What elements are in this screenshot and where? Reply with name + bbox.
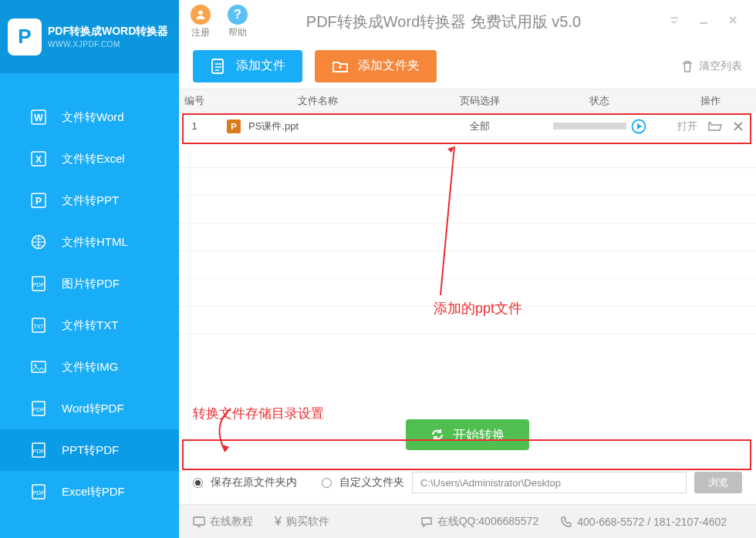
nav-item-word[interactable]: W文件转Word: [0, 96, 179, 138]
start-convert-button[interactable]: 开始转换: [406, 419, 529, 450]
th-page: 页码选择: [426, 94, 534, 108]
doc-p-icon: P: [31, 193, 46, 208]
nav-item-ppt[interactable]: P文件转PPT: [0, 180, 179, 221]
progress-bar: [553, 123, 626, 129]
tutorial-link[interactable]: 在线教程: [193, 515, 253, 529]
nav-label: PPT转PDF: [62, 443, 119, 458]
phone-contact[interactable]: 400-668-5572 / 181-2107-4602: [560, 516, 727, 528]
radio-save-custom[interactable]: [322, 478, 332, 488]
register-button[interactable]: 注册: [191, 5, 211, 39]
svg-text:PDF: PDF: [32, 281, 45, 288]
svg-text:W: W: [34, 113, 43, 123]
save-path-input[interactable]: C:\Users\Administrator\Desktop: [412, 472, 687, 493]
logo-icon: P: [8, 18, 42, 55]
file-name: PS课件.ppt: [248, 119, 299, 133]
cell-page[interactable]: 全部: [426, 119, 534, 133]
qq-label: 在线QQ:4006685572: [437, 515, 539, 529]
browse-button[interactable]: 浏览: [694, 472, 742, 493]
qq-contact[interactable]: 在线QQ:4006685572: [420, 515, 539, 529]
pdf-icon: PDF: [31, 442, 46, 458]
radio-save-custom-label: 自定义文件夹: [339, 476, 404, 489]
nav-item-html[interactable]: 文件转HTML: [0, 221, 179, 263]
nav-item-excelpdf[interactable]: PDFExcel转PDF: [0, 471, 179, 513]
folder-open-icon[interactable]: [708, 120, 722, 133]
folder-icon: [332, 58, 349, 75]
trash-icon: [680, 59, 694, 73]
nav-label: 文件转PPT: [62, 193, 119, 208]
annotation-text-1: 添加的ppt文件: [434, 299, 522, 318]
remove-row-icon[interactable]: [733, 121, 744, 132]
nav-item-img[interactable]: 文件转IMG: [0, 346, 179, 388]
nav-item-imgpdf[interactable]: PDF图片转PDF: [0, 263, 179, 304]
svg-text:P: P: [35, 196, 42, 207]
radio-save-original[interactable]: [193, 478, 203, 488]
nav-label: 文件转Excel: [62, 152, 125, 166]
file-icon: [210, 58, 227, 75]
svg-rect-20: [212, 59, 223, 73]
register-label: 注册: [191, 26, 210, 39]
phone-label: 400-668-5572 / 181-2107-4602: [577, 516, 727, 528]
statusbar: 在线教程 ¥购买软件 在线QQ:4006685572 400-668-5572 …: [179, 504, 756, 538]
pdf-icon: PDF: [31, 401, 46, 416]
chat-icon: [420, 516, 433, 528]
svg-text:PDF: PDF: [32, 489, 45, 496]
screen-icon: [193, 516, 205, 528]
open-button[interactable]: 打开: [677, 119, 697, 133]
svg-point-12: [35, 365, 37, 367]
sidebar: P PDF转换成WORD转换器 WWW.XJPDF.COM W文件转Word X…: [0, 0, 179, 538]
svg-text:TXT: TXT: [33, 324, 44, 329]
cell-index: 1: [179, 120, 210, 132]
nav-label: 文件转HTML: [62, 235, 128, 250]
nav-list: W文件转Word X文件转Excel P文件转PPT 文件转HTML PDF图片…: [0, 73, 179, 538]
nav-item-excel[interactable]: X文件转Excel: [0, 138, 179, 180]
start-label: 开始转换: [453, 426, 505, 444]
save-options-row: 保存在原文件夹内 自定义文件夹 C:\Users\Administrator\D…: [193, 469, 742, 504]
table-row[interactable]: 1 PPS课件.ppt 全部 打开: [179, 113, 756, 140]
txt-icon: TXT: [31, 318, 46, 333]
add-file-button[interactable]: 添加文件: [193, 50, 302, 82]
buy-label: 购买软件: [286, 515, 329, 529]
file-table: 编号 文件名称 页码选择 状态 操作 1 PPS课件.ppt 全部 打开 添加的…: [179, 89, 756, 402]
table-header: 编号 文件名称 页码选择 状态 操作: [179, 89, 756, 113]
add-folder-button[interactable]: 添加文件夹: [315, 50, 437, 82]
nav-label: 文件转TXT: [62, 318, 118, 333]
main-panel: 注册 ?帮助 PDF转换成Word转换器 免费试用版 v5.0 添加文件 添加文…: [179, 0, 756, 538]
clear-list-button[interactable]: 清空列表: [680, 59, 742, 73]
th-status: 状态: [534, 94, 665, 108]
logo: P PDF转换成WORD转换器 WWW.XJPDF.COM: [0, 0, 179, 73]
doc-x-icon: X: [31, 151, 46, 166]
ppt-file-icon: P: [227, 119, 241, 133]
svg-text:PDF: PDF: [32, 406, 45, 413]
nav-label: 文件转Word: [62, 110, 124, 125]
help-button[interactable]: ?帮助: [228, 5, 248, 39]
th-action: 操作: [665, 94, 756, 108]
cell-name: PPS课件.ppt: [210, 119, 426, 133]
user-icon: [191, 5, 211, 25]
help-label: 帮助: [228, 26, 247, 39]
phone-icon: [560, 516, 572, 528]
minimize-icon[interactable]: [698, 15, 709, 29]
svg-text:PDF: PDF: [32, 448, 45, 455]
dropdown-icon[interactable]: [669, 15, 680, 29]
play-icon[interactable]: [631, 119, 646, 134]
nav-item-wordpdf[interactable]: PDFWord转PDF: [0, 388, 179, 429]
yen-icon: ¥: [275, 515, 282, 529]
pdf-icon: PDF: [31, 276, 46, 291]
toolbar: 添加文件 添加文件夹 清空列表: [179, 43, 756, 89]
nav-label: 文件转IMG: [62, 360, 118, 375]
svg-rect-11: [32, 361, 46, 372]
help-icon: ?: [228, 5, 248, 25]
svg-text:X: X: [35, 154, 42, 165]
buy-link[interactable]: ¥购买软件: [275, 515, 329, 529]
tutorial-label: 在线教程: [210, 515, 253, 529]
logo-url: WWW.XJPDF.COM: [48, 40, 168, 49]
close-icon[interactable]: [727, 15, 738, 29]
svg-rect-22: [194, 517, 204, 525]
bottom-panel: 转换文件存储目录设置 开始转换 保存在原文件夹内 自定义文件夹 C:\Users…: [179, 402, 756, 504]
nav-label: 图片转PDF: [62, 277, 120, 291]
image-icon: [31, 359, 46, 375]
svg-point-19: [198, 10, 203, 15]
add-file-label: 添加文件: [236, 58, 285, 74]
nav-item-txt[interactable]: TXT文件转TXT: [0, 304, 179, 346]
nav-item-pptpdf[interactable]: PDFPPT转PDF: [0, 429, 179, 471]
